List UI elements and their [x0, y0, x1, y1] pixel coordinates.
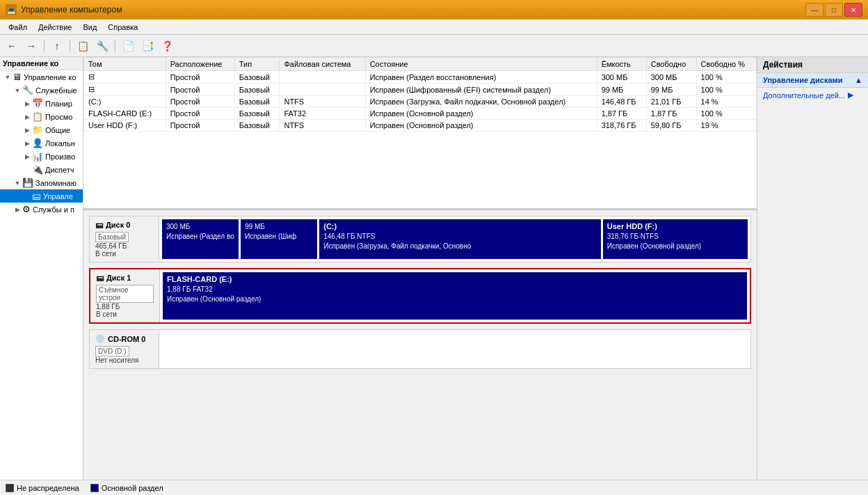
tree-item-devmgr[interactable]: 🔌 Диспетч: [0, 163, 83, 176]
window-title: Управление компьютером: [21, 5, 122, 15]
expander-services[interactable]: ▼: [13, 87, 22, 94]
table-row[interactable]: ⊟ Простой Базовый Исправен (Шифрованный …: [84, 84, 757, 96]
tree-label-perf: Произво: [45, 152, 75, 161]
cell-status: Исправен (Основной раздел): [365, 120, 597, 132]
cell-location: Простой: [166, 96, 234, 108]
actions-more-label: Дополнительные дей...: [763, 91, 845, 100]
partition-disk0-2[interactable]: (C:) 146,48 ГБ NTFS Исправен (Загрузка, …: [319, 219, 601, 259]
partition-disk0-0[interactable]: 300 МБ Исправен (Раздел во: [162, 219, 239, 259]
disk-icon-disk0: 🖴: [95, 221, 103, 229]
expander-scheduler[interactable]: ▶: [22, 100, 32, 107]
scheduler-icon: 📅: [32, 98, 43, 109]
cell-location: Простой: [166, 84, 234, 96]
tree-item-scheduler[interactable]: ▶ 📅 Планир: [0, 97, 83, 110]
col-fs[interactable]: Файловая система: [280, 58, 365, 71]
tree-item-services2[interactable]: ▶ ⚙ Службы и п: [0, 203, 83, 216]
cell-type: Базовый: [234, 84, 280, 96]
tree-label-computer: Управление ко: [24, 73, 76, 81]
tree-label-shared: Общие: [45, 126, 70, 134]
title-bar: 💻 Управление компьютером — □ ✕: [0, 0, 868, 19]
expander-services2[interactable]: ▶: [13, 206, 22, 213]
tree-item-computer[interactable]: ▼ 🖥 Управление ко: [0, 70, 83, 84]
partition-disk0-1[interactable]: 99 МБ Исправен (Шиф: [241, 219, 317, 259]
expander-shared[interactable]: ▶: [22, 127, 32, 134]
up-button[interactable]: ↑: [48, 38, 66, 54]
close-button[interactable]: ✕: [844, 3, 862, 17]
actions-panel: Действия Управление дисками ▲ Дополнител…: [757, 57, 868, 480]
services-icon: 🔧: [22, 85, 33, 95]
shared-icon: 📁: [32, 125, 43, 135]
expander-computer[interactable]: ▼: [3, 74, 13, 81]
menu-view[interactable]: Вид: [77, 22, 102, 33]
disk-title-disk0: 🖴 Диск 0: [95, 221, 153, 229]
menu-bar: Файл Действие Вид Справка: [0, 19, 868, 35]
disk-label-disk0: 🖴 Диск 0 Базовый465,64 ГБВ сети: [90, 217, 159, 262]
menu-file[interactable]: Файл: [3, 22, 33, 33]
back-button[interactable]: ←: [3, 38, 21, 54]
partition-status-disk0-0: Исправен (Раздел во: [166, 232, 234, 242]
tree-item-perf[interactable]: ▶ 📊 Произво: [0, 150, 83, 163]
new-window-button[interactable]: 📄: [119, 38, 137, 54]
partition-size-disk0-3: 318,76 ГБ NTFS: [607, 232, 744, 242]
disk-view-area[interactable]: 🖴 Диск 0 Базовый465,64 ГБВ сети 300 МБ И…: [83, 210, 757, 480]
menu-action[interactable]: Действие: [33, 22, 77, 33]
export-button[interactable]: 📑: [138, 38, 156, 54]
actions-section-disk-mgmt[interactable]: Управление дисками ▲: [757, 73, 868, 88]
expander-storage[interactable]: ▼: [13, 180, 22, 187]
expander-local[interactable]: ▶: [22, 140, 32, 147]
tree-item-storage[interactable]: ▼ 💾 Запоминаю: [0, 176, 83, 189]
partition-disk1-0[interactable]: FLASH-CARD (E:) 1,88 ГБ FAT32 Исправен (…: [163, 272, 747, 320]
disk-label-cdrom0: 💿 CD-ROM 0 DVD (D:)Нет носителя: [90, 330, 159, 368]
tree-item-local[interactable]: ▶ 👤 Локальн: [0, 136, 83, 150]
cell-free-pct: 19 %: [696, 120, 756, 132]
col-volume[interactable]: Том: [84, 58, 166, 71]
col-free[interactable]: Свободно: [646, 58, 696, 71]
expander-viewer[interactable]: ▶: [22, 113, 32, 120]
disk-type-disk1: Съёмное устрои: [96, 285, 154, 303]
help-button[interactable]: ❓: [158, 38, 176, 54]
cell-fs: [280, 84, 365, 96]
cell-free: 1,87 ГБ: [646, 108, 696, 120]
tree-item-shared[interactable]: ▶ 📁 Общие: [0, 123, 83, 136]
col-location[interactable]: Расположение: [166, 58, 234, 71]
disk-row-disk1[interactable]: 🖴 Диск 1 Съёмное устрои1,88 ГБВ сети FLA…: [89, 268, 751, 324]
cell-free-pct: 14 %: [696, 96, 756, 108]
legend-color-unallocated: [6, 484, 14, 492]
partition-size-disk0-2: 146,48 ГБ NTFS: [323, 232, 597, 242]
col-status[interactable]: Состояние: [365, 58, 597, 71]
table-row[interactable]: ⊟ Простой Базовый Исправен (Раздел восст…: [84, 71, 757, 84]
partition-title-disk0-2: (C:): [323, 222, 597, 230]
legend-unallocated: Не распределена: [6, 484, 79, 492]
expander-perf[interactable]: ▶: [22, 153, 32, 160]
col-free-pct[interactable]: Свободно %: [696, 58, 756, 71]
minimize-button[interactable]: —: [805, 3, 823, 17]
table-row[interactable]: (C:) Простой Базовый NTFS Исправен (Загр…: [84, 96, 757, 108]
forward-button[interactable]: →: [22, 38, 40, 54]
col-capacity[interactable]: Ёмкость: [597, 58, 646, 71]
tree-item-services[interactable]: ▼ 🔧 Служебные: [0, 84, 83, 97]
disk-row-disk0[interactable]: 🖴 Диск 0 Базовый465,64 ГБВ сети 300 МБ И…: [89, 216, 751, 262]
properties-button[interactable]: 🔧: [93, 38, 111, 54]
disk-title-cdrom0: 💿 CD-ROM 0: [95, 334, 153, 343]
cell-volume: ⊟: [84, 84, 166, 96]
actions-more-link[interactable]: Дополнительные дей... ▶: [757, 88, 868, 102]
table-row[interactable]: FLASH-CARD (E:) Простой Базовый FAT32 Ис…: [84, 108, 757, 120]
partition-title-disk1-0: FLASH-CARD (E:): [167, 275, 743, 283]
disk-partitions-disk0: 300 МБ Исправен (Раздел во 99 МБ Исправе…: [159, 217, 750, 262]
menu-help[interactable]: Справка: [102, 22, 143, 33]
disk-row-cdrom0[interactable]: 💿 CD-ROM 0 DVD (D:)Нет носителя: [89, 329, 751, 369]
table-row[interactable]: User HDD (F:) Простой Базовый NTFS Испра…: [84, 120, 757, 132]
cell-free: 21,01 ГБ: [646, 96, 696, 108]
cell-volume: FLASH-CARD (E:): [84, 108, 166, 120]
partition-status-disk0-3: Исправен (Основной раздел): [607, 242, 744, 251]
cell-status: Исправен (Шифрованный (EFI) системный ра…: [365, 84, 597, 96]
partition-disk0-3[interactable]: User HDD (F:) 318,76 ГБ NTFS Исправен (О…: [603, 219, 748, 259]
show-tree-button[interactable]: 📋: [74, 38, 92, 54]
maximize-button[interactable]: □: [825, 3, 843, 17]
cell-capacity: 146,48 ГБ: [597, 96, 646, 108]
window-controls[interactable]: — □ ✕: [805, 3, 862, 17]
tree-item-diskmgmt[interactable]: 🖴 Управле: [0, 189, 83, 203]
col-type[interactable]: Тип: [234, 58, 280, 71]
volume-table-area[interactable]: Том Расположение Тип Файловая система Со…: [83, 57, 757, 210]
tree-item-viewer[interactable]: ▶ 📋 Просмо: [0, 110, 83, 123]
